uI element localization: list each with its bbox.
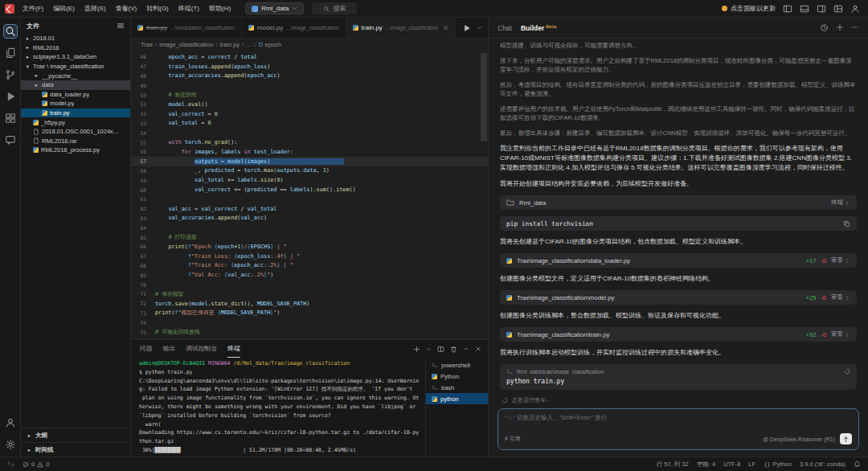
code-line-54[interactable]: 54 [131, 128, 488, 137]
kill-terminal-icon[interactable] [450, 346, 457, 353]
reference-button[interactable]: # 引用 [505, 435, 521, 443]
tree-item-RML2016[interactable]: ▸RML2016 [21, 43, 130, 53]
panel-tab-问题[interactable]: 问题 [140, 340, 153, 358]
files-activity-icon[interactable] [3, 46, 18, 60]
breadcrumb-item-4[interactable]: epoch [258, 41, 281, 48]
project-selector[interactable]: Rml_data [245, 2, 304, 14]
chat-activity-icon[interactable] [3, 133, 18, 147]
code-line-48[interactable]: 48 train_accuracies.append(epoch_acc) [131, 72, 488, 81]
file-change-card[interactable]: Trae\image_classification\data_loader.py… [500, 253, 857, 268]
breadcrumb-item-1[interactable]: image_classification [159, 41, 213, 48]
tree-item-2018.01[interactable]: ▸2018.01 [21, 34, 130, 43]
copy-icon[interactable] [843, 220, 850, 227]
tree-item-__pycache__[interactable]: ▸__pycache__ [21, 71, 130, 80]
toggle-left-sidebar-icon[interactable] [783, 4, 792, 14]
code-line-68[interactable]: 68 f"Train Acc: {epoch_acc:.2%} | " [131, 261, 488, 271]
code-line-61[interactable]: 61 [131, 195, 488, 204]
panel-tab-输出[interactable]: 输出 [163, 340, 176, 358]
code-line-70[interactable]: 70 [131, 280, 488, 289]
code-editor[interactable]: 46 epoch_acc = correct / total47 train_l… [131, 51, 488, 339]
terminal-instance-Python[interactable]: Python [426, 371, 488, 382]
code-line-47[interactable]: 47 train_losses.append(epoch_loss) [131, 62, 488, 72]
code-line-52[interactable]: 52 val_correct = 0 [131, 109, 488, 119]
tab-builder[interactable]: BuilderBeta [521, 24, 556, 32]
tree-item-sclplayer1.3.1_dataGen[interactable]: ▸sclplayer1.3.1_dataGen [21, 52, 130, 62]
terminal-instance-python[interactable]: python [426, 393, 488, 404]
file-change-card[interactable]: Trae\image_classification\model.py+25-0审… [500, 290, 857, 305]
debug-activity-icon[interactable] [3, 89, 18, 104]
more-options-icon[interactable] [851, 23, 859, 32]
terminal-instance-bash[interactable]: bash [426, 382, 488, 393]
code-line-75[interactable]: 75# 可视化训练曲线 [131, 327, 488, 337]
workspace-card-action[interactable]: 终端 [831, 199, 850, 207]
encoding-setting[interactable]: UTF-8 [723, 461, 740, 468]
code-line-71[interactable]: 71# 保存模型 [131, 289, 488, 299]
run-dropdown-icon[interactable] [477, 25, 482, 31]
terminal-run-card[interactable]: Rml_data\trae\image_classificationpython… [500, 364, 857, 390]
toggle-panel-icon[interactable] [800, 4, 809, 14]
editor-tab-train.py[interactable]: train.py...\modulation_classification [131, 18, 242, 38]
tree-item-train.py[interactable]: train.py [21, 109, 130, 118]
toggle-right-sidebar-icon[interactable] [817, 4, 826, 14]
review-action[interactable]: 审查 [831, 293, 850, 301]
code-line-65[interactable]: 65 # 打印进度 [131, 232, 488, 242]
new-chat-icon[interactable] [836, 23, 844, 32]
menu-item-2[interactable]: 选择(S) [80, 0, 111, 18]
menu-item-1[interactable]: 编辑(E) [48, 0, 80, 18]
search-activity-icon[interactable] [3, 24, 18, 39]
tab-chat[interactable]: Chat [497, 24, 512, 32]
history-icon[interactable] [820, 23, 829, 32]
breadcrumb-item-0[interactable]: Trae [141, 41, 153, 48]
code-line-62[interactable]: 62 val_acc = val_correct / val_total [131, 204, 488, 214]
tree-item-RML2018_process.py[interactable]: RML2018_process.py [21, 145, 130, 155]
menu-item-0[interactable]: 文件(F) [18, 0, 48, 18]
code-line-59[interactable]: 59 val_total += labels.size(0) [131, 175, 488, 185]
review-action[interactable]: 审查 [831, 330, 850, 338]
python-interpreter[interactable]: 3.9.0 ('dl': conda) [800, 461, 845, 468]
tree-item-Trae-image_classification[interactable]: ▾Trae \ image_classification [21, 62, 130, 72]
tree-item-2018.01.OSC.0001_1024x-[interactable]: 2018.01.OSC.0001_1024x… [21, 127, 130, 137]
remote-indicator[interactable] [7, 461, 14, 468]
notifications-bell[interactable] [854, 461, 861, 468]
code-line-56[interactable]: 56 for images, labels in test_loader: [131, 147, 488, 157]
terminal-profile-icon[interactable] [426, 346, 432, 352]
new-terminal-icon[interactable] [413, 346, 420, 353]
explorer-menu-icon[interactable] [117, 22, 125, 30]
workspace-card[interactable]: Rml_data终端 [500, 195, 857, 210]
update-button[interactable]: 点击面板以更新 [722, 4, 776, 13]
outline-section[interactable]: ▸ 大纲 [21, 428, 130, 442]
code-line-51[interactable]: 51 model.eval() [131, 100, 488, 109]
maximize-panel-icon[interactable] [463, 346, 469, 352]
code-line-50[interactable]: 50 # 验证阶段 [131, 90, 488, 100]
tree-item-data[interactable]: ▸data [21, 80, 130, 90]
menu-item-3[interactable]: 查看(V) [111, 0, 142, 18]
code-line-60[interactable]: 60 val_correct += (predicted == labels).… [131, 185, 488, 195]
code-line-55[interactable]: 55 with torch.no_grad(): [131, 137, 488, 147]
tree-item-model.py[interactable]: model.py [21, 99, 130, 109]
tree-item-RML2016.rar[interactable]: RML2016.rar [21, 137, 130, 146]
send-button[interactable] [840, 433, 852, 444]
settings-activity-icon[interactable] [3, 437, 18, 452]
menu-item-5[interactable]: 终端(T) [174, 0, 204, 18]
code-line-58[interactable]: 58 _, predicted = torch.max(outputs.data… [131, 166, 488, 176]
menu-item-6[interactable]: 帮助(H) [204, 0, 235, 18]
code-line-57[interactable]: 57 outputs = model(images) [131, 157, 488, 166]
eol-setting[interactable]: LF [748, 461, 755, 468]
code-line-72[interactable]: 72torch.save(model.state_dict(), MODEL_S… [131, 299, 488, 309]
split-terminal-icon[interactable] [437, 346, 444, 353]
cursor-position[interactable]: 行 57, 列 32 [657, 461, 689, 469]
code-line-46[interactable]: 46 epoch_acc = correct / total [131, 52, 488, 62]
breadcrumb-item-3[interactable]: ... [246, 41, 251, 48]
code-line-69[interactable]: 69 f"Val Acc: {val_acc:.2%}") [131, 270, 488, 280]
chat-input-box[interactable]: "↑↓" 切换历史输入，"Shift+Enter" 换行 # 引用 @ Deep… [497, 408, 859, 450]
close-tab-icon[interactable] [443, 25, 448, 31]
scm-activity-icon[interactable] [3, 68, 18, 82]
tree-item-_h5py.py[interactable]: _h5py.py [21, 117, 130, 127]
code-line-74[interactable]: 74 [131, 317, 488, 327]
menu-item-4[interactable]: 转到(G) [141, 0, 174, 18]
terminal-output[interactable]: admin@DESKTOP-ELN4QIG MINGW64 /d/Rml_dat… [131, 358, 425, 457]
close-panel-icon[interactable] [475, 346, 481, 352]
app-logo-icon[interactable] [5, 4, 14, 14]
code-line-73[interactable]: 73print(f"模型已保存至 {MODEL_SAVE_PATH}") [131, 309, 488, 318]
indentation-setting[interactable]: 空格: 4 [697, 461, 715, 469]
